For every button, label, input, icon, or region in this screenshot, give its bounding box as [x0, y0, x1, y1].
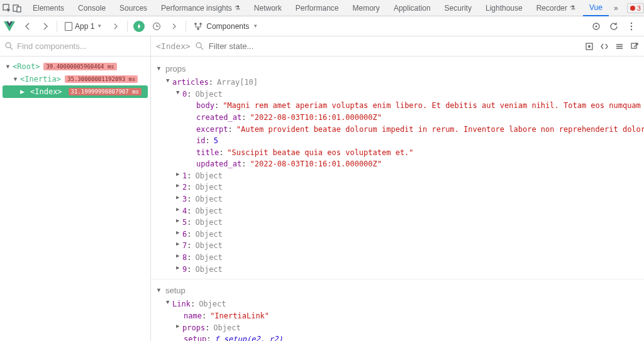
search-icon: [196, 42, 204, 50]
caret-right-icon: ▶: [176, 322, 182, 334]
inspector-button[interactable]: [130, 18, 148, 35]
array-item-0[interactable]: ▼ 0: Object: [151, 89, 644, 100]
field-body[interactable]: body:"Magni rem amet aperiam voluptas en…: [151, 100, 644, 112]
tab-network[interactable]: Network: [248, 0, 288, 16]
caret-right-icon: ▶: [176, 252, 182, 264]
inspect-dom-icon[interactable]: [615, 42, 624, 51]
state-header: <Index>: [151, 36, 644, 57]
chevron-down-icon: ▼: [97, 23, 102, 29]
inspect-element-icon[interactable]: [3, 1, 11, 16]
filter-state-input[interactable]: [209, 41, 580, 51]
show-render-code-icon[interactable]: [600, 42, 609, 51]
svg-point-19: [588, 45, 591, 48]
field-updated-at[interactable]: updated_at:"2022-08-03T10:16:01.000000Z": [151, 158, 644, 170]
vertical-divider: [186, 21, 186, 32]
setup-link-name[interactable]: name:"InertiaLink": [151, 310, 644, 322]
tree-node-index[interactable]: ▶ <Index> 31.19999998807907 ms: [3, 85, 148, 98]
tabs-overflow-icon[interactable]: »: [610, 0, 622, 16]
prop-articles[interactable]: ▼ articles: Array[10]: [151, 77, 644, 89]
app-selector[interactable]: App 1 ▼: [60, 18, 107, 35]
perf-badge: 39.40000005960464 ms: [43, 63, 116, 70]
svg-point-12: [596, 25, 597, 27]
find-components-input[interactable]: [17, 41, 145, 51]
array-item[interactable]: ▶9:Object: [151, 264, 644, 276]
find-components-row: [0, 36, 150, 57]
caret-down-icon: ▼: [166, 298, 172, 310]
caret-right-icon: ▶: [176, 229, 182, 241]
kebab-menu-icon[interactable]: [623, 18, 640, 35]
array-item[interactable]: ▶2:Object: [151, 181, 644, 193]
svg-point-15: [631, 28, 632, 30]
tab-performance[interactable]: Performance: [289, 0, 345, 16]
state-inspector: ▼ props ▼ articles: Array[10] ▼ 0: Objec…: [151, 57, 644, 341]
tab-vue[interactable]: Vue: [583, 0, 609, 16]
vertical-divider: [127, 21, 128, 32]
svg-point-9: [199, 23, 202, 25]
field-id[interactable]: id:5: [151, 135, 644, 147]
tree-node-root[interactable]: ▼ <Root> 39.40000005960464 ms: [3, 60, 148, 73]
field-created-at[interactable]: created_at:"2022-08-03T10:16:01.000000Z": [151, 112, 644, 124]
document-icon: [65, 22, 72, 31]
app-nav-forward[interactable]: [107, 18, 125, 35]
forward-button[interactable]: [36, 18, 54, 35]
inspector-nav-forward[interactable]: [165, 18, 183, 35]
tab-recorder[interactable]: Recorder⚗: [530, 0, 582, 16]
array-item[interactable]: ▶6:Object: [151, 229, 644, 241]
caret-right-icon: ▶: [176, 181, 182, 193]
perf-badge: 31.19999998807907 ms: [69, 88, 142, 95]
tab-lighthouse[interactable]: Lighthouse: [479, 0, 529, 16]
field-title[interactable]: title:"Suscipit beatae quia eos voluptat…: [151, 147, 644, 159]
svg-point-17: [196, 43, 201, 48]
array-item[interactable]: ▶3:Object: [151, 193, 644, 205]
errors-badge[interactable]: 3: [627, 3, 644, 13]
scroll-to-component-icon[interactable]: [585, 42, 594, 51]
target-icon[interactable]: [587, 18, 605, 35]
refresh-icon[interactable]: [605, 18, 623, 35]
device-toolbar-icon[interactable]: [13, 1, 21, 16]
caret-down-icon: ▼: [156, 286, 162, 295]
open-in-editor-icon[interactable]: [630, 42, 639, 51]
component-state-pane: <Index> ▼ props ▼ articles: Array[10]: [151, 36, 644, 341]
array-item[interactable]: ▶5:Object: [151, 217, 644, 229]
tab-memory[interactable]: Memory: [347, 0, 386, 16]
tab-sources[interactable]: Sources: [113, 0, 153, 16]
chevron-down-icon: ▼: [253, 23, 258, 29]
tab-application[interactable]: Application: [387, 0, 437, 16]
svg-point-8: [194, 23, 197, 25]
vertical-divider: [57, 21, 57, 32]
tab-elements[interactable]: Elements: [26, 0, 70, 16]
array-item[interactable]: ▶8:Object: [151, 252, 644, 264]
caret-down-icon: ▼: [156, 65, 162, 73]
vue-devtools-toolbar: App 1 ▼ Components ▼: [0, 16, 644, 36]
tree-node-inertia[interactable]: ▼ <Inertia> 35.30000001192093 ms: [3, 73, 148, 85]
tab-console[interactable]: Console: [72, 0, 112, 16]
caret-down-icon: ▼: [5, 63, 11, 70]
caret-right-icon: ▶: [176, 170, 182, 182]
section-setup[interactable]: ▼ setup: [151, 279, 644, 298]
components-inspector-selector[interactable]: Components ▼: [189, 22, 263, 31]
setup-link[interactable]: ▼ Link: Object: [151, 298, 644, 310]
caret-right-icon: ▶: [176, 264, 182, 276]
caret-down-icon: ▼: [176, 89, 182, 100]
array-item[interactable]: ▶7:Object: [151, 240, 644, 252]
timeline-button[interactable]: [148, 18, 165, 35]
array-item[interactable]: ▶1:Object: [151, 170, 644, 182]
flask-icon: ⚗: [570, 4, 575, 11]
tab-security[interactable]: Security: [438, 0, 478, 16]
caret-right-icon: ▶: [20, 89, 26, 95]
caret-down-icon: ▼: [13, 76, 19, 82]
setup-link-props[interactable]: ▶props:Object: [151, 322, 644, 334]
setup-link-setup[interactable]: setup:ƒ setup(e2, r2): [151, 333, 644, 341]
section-props[interactable]: ▼ props: [151, 62, 644, 77]
caret-right-icon: ▶: [176, 193, 182, 205]
vue-logo-icon: [0, 21, 19, 31]
tab-performance-insights[interactable]: Performance insights⚗: [155, 0, 247, 16]
flask-icon: ⚗: [235, 4, 240, 11]
array-item[interactable]: ▶4:Object: [151, 205, 644, 217]
svg-point-16: [6, 43, 11, 48]
field-excerpt[interactable]: excerpt:"Autem provident beatae dolorum …: [151, 124, 644, 136]
back-button[interactable]: [19, 18, 36, 35]
caret-right-icon: ▶: [176, 217, 182, 229]
inspector-label: Components: [206, 22, 249, 31]
svg-point-13: [631, 22, 632, 23]
